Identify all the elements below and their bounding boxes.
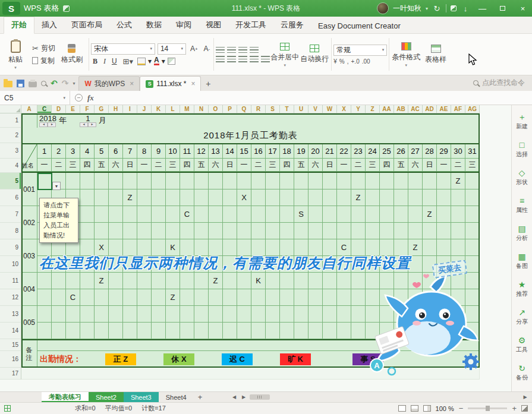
command-search[interactable]: 点此查找命令 [473, 78, 532, 91]
attendance-cell[interactable] [337, 273, 351, 289]
employee-id-004[interactable]: 004 [21, 273, 37, 306]
attendance-cell[interactable] [152, 189, 166, 206]
column-header-AG[interactable]: AG [465, 105, 480, 113]
attendance-cell[interactable] [394, 206, 408, 223]
attendance-cell[interactable] [323, 189, 337, 206]
weekday-header-15[interactable]: 一 [237, 159, 251, 172]
attendance-cell[interactable] [380, 173, 394, 189]
attendance-cell[interactable] [309, 206, 323, 223]
borders-button[interactable]: ⊞▾ [121, 57, 135, 66]
row-header-2[interactable]: 2 [0, 128, 21, 143]
ribbon-tab-云服务[interactable]: 云服务 [273, 17, 311, 33]
close-button[interactable]: × [515, 0, 531, 17]
attendance-cell[interactable] [465, 173, 480, 189]
ribbon-tab-公式[interactable]: 公式 [109, 17, 139, 33]
sheet-tab-Sheet4[interactable]: Sheet4 [159, 392, 194, 402]
column-header-AA[interactable]: AA [380, 105, 394, 113]
chevron-down-icon[interactable]: ▾ [162, 57, 165, 65]
year-spinner[interactable]: 2018◂▸ [39, 115, 56, 127]
attendance-cell[interactable] [465, 206, 480, 223]
ribbon-tab-Easy Document Creator[interactable]: Easy Document Creator [311, 19, 408, 33]
day-header-12[interactable]: 12 [194, 144, 209, 159]
attendance-cell[interactable] [394, 189, 408, 206]
row-header-5[interactable]: 5 [0, 173, 21, 189]
attendance-cell[interactable] [80, 189, 95, 206]
attendance-cell[interactable] [465, 189, 480, 206]
download-icon[interactable]: ↓ [461, 4, 470, 13]
attendance-cell[interactable] [209, 223, 223, 239]
day-header-29[interactable]: 29 [437, 144, 451, 159]
font-color-button[interactable]: A [154, 57, 159, 65]
sheet-tab-考勤表练习[interactable]: 考勤表练习 [42, 392, 89, 402]
attendance-cell[interactable] [223, 173, 237, 189]
attendance-cell[interactable]: Z [423, 206, 437, 223]
attendance-cell[interactable] [123, 273, 137, 289]
weekday-header-12[interactable]: 五 [194, 159, 209, 172]
attendance-cell[interactable] [280, 289, 294, 306]
attendance-cell[interactable]: Z [451, 173, 465, 189]
attendance-cell[interactable] [309, 223, 323, 239]
sidebar-item-属性[interactable]: ≡属性 [512, 191, 532, 219]
spin-left-icon[interactable]: ◂ [80, 122, 88, 127]
attendance-cell[interactable] [237, 289, 251, 306]
day-header-25[interactable]: 25 [380, 144, 394, 159]
font-size-select[interactable]: 14▾ [158, 43, 186, 55]
weekday-header-25[interactable]: 四 [380, 159, 394, 172]
column-header-AB[interactable]: AB [394, 105, 408, 113]
attendance-cell[interactable] [109, 306, 123, 323]
attendance-cell[interactable] [266, 223, 280, 239]
attendance-cell[interactable] [66, 273, 80, 289]
weekday-header-18[interactable]: 四 [280, 159, 294, 172]
attendance-cell[interactable] [109, 173, 123, 189]
attendance-cell[interactable] [337, 289, 351, 306]
font-name-select[interactable]: 宋体▾ [91, 43, 155, 55]
attendance-cell[interactable] [437, 223, 451, 239]
sidebar-item-推荐[interactable]: ★推荐 [512, 275, 532, 303]
column-header-U[interactable]: U [294, 105, 309, 113]
column-header-W[interactable]: W [323, 105, 337, 113]
column-header-P[interactable]: P [223, 105, 237, 113]
day-header-3[interactable]: 3 [66, 144, 80, 159]
weekday-header-21[interactable]: 日 [323, 159, 337, 172]
attendance-cell[interactable] [280, 223, 294, 239]
attendance-cell[interactable] [66, 323, 80, 339]
attendance-cell[interactable] [80, 223, 95, 239]
day-header-30[interactable]: 30 [451, 144, 465, 159]
day-header-23[interactable]: 23 [351, 144, 366, 159]
weekday-header-22[interactable]: 一 [337, 159, 351, 172]
attendance-cell[interactable]: K [251, 273, 266, 289]
wrap-text-button[interactable]: 自动换行 [300, 36, 329, 73]
sidebar-item-分析[interactable]: ▤分析 [512, 219, 532, 247]
cut-button[interactable]: ✂剪切 [30, 43, 57, 53]
weekday-header-31[interactable]: 三 [465, 159, 480, 172]
attendance-cell[interactable] [394, 173, 408, 189]
row-header-9[interactable]: 9 [0, 239, 21, 256]
attendance-cell[interactable] [323, 306, 337, 323]
close-tab-icon[interactable]: × [191, 80, 195, 88]
name-date-corner-cell[interactable]: 姓名 [21, 144, 37, 172]
column-header-Y[interactable]: Y [351, 105, 366, 113]
attendance-cell[interactable] [152, 223, 166, 239]
column-header-L[interactable]: L [166, 105, 180, 113]
attendance-cell[interactable] [309, 323, 323, 339]
attendance-cell[interactable] [408, 223, 423, 239]
attendance-cell[interactable] [251, 173, 266, 189]
row-header-7[interactable]: 7 [0, 206, 21, 223]
weekday-header-28[interactable]: 日 [423, 159, 437, 172]
attendance-cell[interactable] [380, 223, 394, 239]
attendance-cell[interactable] [80, 306, 95, 323]
attendance-cell[interactable] [137, 306, 152, 323]
column-header-F[interactable]: F [80, 105, 95, 113]
column-header-T[interactable]: T [280, 105, 294, 113]
column-header-J[interactable]: J [137, 105, 152, 113]
attendance-cell[interactable] [223, 223, 237, 239]
attendance-cell[interactable]: Z [166, 289, 180, 306]
attendance-cell[interactable] [280, 206, 294, 223]
ribbon-tab-开发工具[interactable]: 开发工具 [228, 17, 273, 33]
attendance-cell[interactable] [351, 206, 366, 223]
attendance-cell[interactable] [166, 206, 180, 223]
attendance-cell[interactable] [52, 289, 66, 306]
chevron-down-icon[interactable]: ▾ [148, 57, 152, 65]
ribbon-tab-页面布局[interactable]: 页面布局 [64, 17, 109, 33]
fullscreen-icon[interactable] [521, 405, 528, 412]
